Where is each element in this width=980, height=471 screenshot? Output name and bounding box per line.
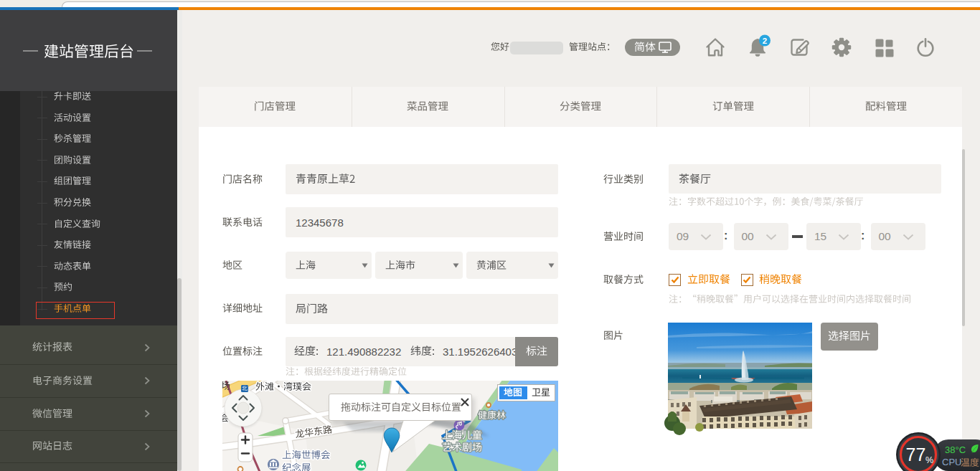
svg-text:%: % (925, 455, 933, 465)
svg-text:2: 2 (763, 37, 767, 45)
svg-text:77: 77 (906, 444, 926, 465)
